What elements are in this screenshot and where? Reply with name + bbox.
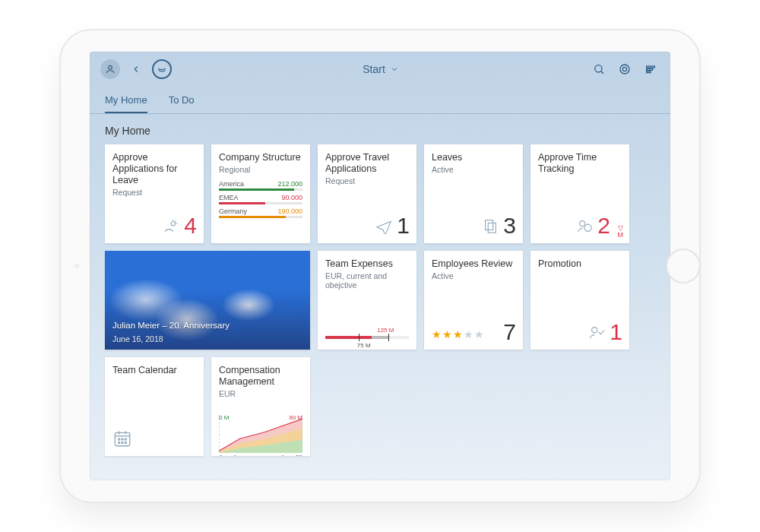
svg-point-4 — [622, 67, 626, 71]
tile-title: Approve Applications for Leave — [112, 152, 196, 186]
document-icon — [482, 217, 499, 234]
bullet-chart: 125 M 75 M — [325, 336, 409, 339]
shell-header: Start — [90, 52, 670, 87]
tile-title: Team Expenses — [325, 258, 409, 270]
tile-title: Approve Time Tracking — [538, 152, 622, 175]
tab-my-home[interactable]: My Home — [105, 87, 147, 113]
copilot-icon[interactable] — [616, 60, 634, 78]
tile-subtitle: EUR — [219, 389, 302, 398]
tile-kpi: 3 — [503, 213, 515, 239]
person-check-icon — [588, 324, 605, 340]
tile-approve-travel[interactable]: Approve Travel Applications Request 1 — [318, 144, 416, 243]
group-title: My Home — [90, 114, 670, 144]
tablet-home-button[interactable] — [666, 249, 701, 283]
tile-grid: Approve Applications for Leave Request 4… — [90, 144, 670, 471]
tile-subtitle: Request — [325, 176, 409, 185]
svg-point-25 — [122, 442, 123, 443]
tile-kpi: 1 — [610, 319, 622, 345]
area-chart: 0 M 80 M June 1 June 30 — [219, 415, 302, 453]
tile-title: Employees Review — [432, 258, 515, 270]
user-avatar[interactable] — [100, 59, 120, 79]
tile-subtitle: EUR, current and obejctive — [325, 271, 409, 290]
nav-menu-button[interactable]: Start — [179, 63, 582, 75]
svg-point-16 — [592, 328, 597, 333]
app-screen: Start My Home To Do My H — [90, 52, 670, 480]
back-icon[interactable] — [128, 61, 144, 78]
chevron-down-icon — [390, 65, 399, 74]
notifications-icon[interactable] — [641, 60, 660, 78]
tile-title: Team Calendar — [112, 365, 196, 376]
tile-compensation-mgmt[interactable]: Compensation Management EUR 0 M 80 M Jun… — [211, 357, 310, 456]
svg-point-24 — [119, 442, 120, 443]
tile-leaves[interactable]: Leaves Active 3 — [424, 144, 523, 243]
tile-date: June 16, 2018 — [112, 334, 230, 344]
svg-point-23 — [125, 439, 126, 440]
tile-subtitle: Request — [112, 188, 196, 197]
rating-stars: ★★★★★ — [432, 328, 484, 340]
svg-rect-12 — [486, 220, 493, 230]
tablet-frame: Start My Home To Do My H — [61, 30, 699, 502]
svg-point-21 — [119, 439, 120, 440]
sun-icon — [163, 217, 179, 234]
svg-point-14 — [580, 221, 585, 226]
tab-to-do[interactable]: To Do — [169, 87, 195, 113]
svg-rect-17 — [115, 432, 130, 445]
svg-rect-5 — [647, 66, 655, 68]
svg-point-3 — [620, 65, 629, 74]
tile-company-structure[interactable]: Company Structure Regional America212.00… — [211, 144, 310, 243]
tile-kpi: 2 — [597, 213, 610, 239]
svg-point-22 — [122, 439, 123, 440]
svg-rect-6 — [647, 68, 653, 70]
calendar-icon — [112, 429, 132, 448]
tile-kpi: 7 — [503, 319, 515, 345]
search-icon[interactable] — [590, 60, 608, 78]
approvals-icon — [576, 217, 593, 234]
svg-point-8 — [171, 222, 176, 226]
tile-title: Julian Meier – 20. Anniversary — [112, 321, 230, 330]
svg-point-1 — [595, 65, 602, 72]
svg-point-26 — [125, 442, 126, 443]
tile-employees-review[interactable]: Employees Review Active ★★★★★ 7 — [424, 251, 523, 350]
tile-title: Approve Travel Applications — [325, 152, 409, 175]
tile-subtitle: Active — [432, 271, 515, 280]
svg-line-11 — [176, 221, 176, 222]
tile-kpi: 4 — [184, 213, 196, 239]
tile-subtitle: Active — [432, 165, 515, 174]
comparison-chart: America212.000 EMEA90.000 Germany190.000 — [219, 180, 302, 218]
svg-rect-13 — [489, 223, 496, 233]
trend-indicator: ▽ M — [618, 225, 624, 239]
tile-promotion[interactable]: Promotion 1 — [530, 251, 629, 350]
tile-title: Promotion — [538, 258, 622, 270]
tile-title: Leaves — [432, 152, 515, 163]
tile-team-expenses[interactable]: Team Expenses EUR, current and obejctive… — [318, 251, 416, 350]
svg-point-0 — [109, 65, 112, 69]
anchor-tab-bar: My Home To Do — [90, 87, 670, 114]
tile-approve-leave[interactable]: Approve Applications for Leave Request 4 — [105, 144, 204, 243]
tile-subtitle: Regional — [219, 165, 302, 174]
tile-title: Compensation Management — [219, 365, 302, 388]
product-logo[interactable] — [152, 59, 172, 79]
tile-team-calendar[interactable]: Team Calendar — [105, 357, 204, 456]
svg-line-2 — [601, 71, 603, 74]
svg-point-15 — [584, 224, 591, 231]
nav-title: Start — [363, 63, 385, 75]
svg-rect-7 — [647, 71, 651, 73]
plane-icon — [375, 217, 392, 234]
tile-anniversary[interactable]: Julian Meier – 20. Anniversary June 16, … — [105, 251, 310, 350]
person-icon — [105, 64, 116, 74]
tile-kpi: 1 — [397, 213, 409, 239]
tile-approve-time[interactable]: Approve Time Tracking 2 ▽ M — [530, 144, 629, 243]
tile-title: Company Structure — [219, 152, 302, 163]
